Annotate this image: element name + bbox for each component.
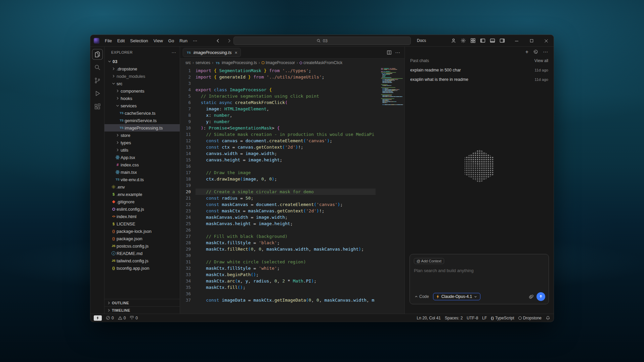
status-warnings[interactable]: 0 <box>118 316 126 320</box>
status-dropstone[interactable]: Dropstone <box>518 316 542 320</box>
code-line-19[interactable] <box>196 182 376 189</box>
code-editor[interactable]: import { SegmentationMask } from '../typ… <box>196 67 404 314</box>
status-ports[interactable]: 0 <box>130 316 138 320</box>
status-remote-indicator[interactable] <box>94 315 102 321</box>
breadcrumb-imageprocessingts[interactable]: TSimageProcessing.ts <box>215 60 257 65</box>
tree-item-geminiservice-ts[interactable]: TSgeminiService.ts <box>104 117 180 124</box>
code-line-27[interactable]: // Fill with black (background) <box>196 233 376 240</box>
tree-item-index-html[interactable]: <>index.html <box>104 213 180 220</box>
tree-item-eslint-config-js[interactable]: eslint.config.js <box>104 205 180 213</box>
panel-right-icon[interactable] <box>498 36 507 45</box>
tree-item-readme-md[interactable]: iREADME.md <box>104 250 180 257</box>
tree-item-03[interactable]: 03 <box>104 58 180 65</box>
tree-item-index-css[interactable]: #index.css <box>104 161 180 168</box>
code-line-18[interactable]: ctx.drawImage(image, 0, 0); <box>196 176 376 182</box>
forward-icon[interactable] <box>225 36 233 45</box>
code-line-17[interactable]: // Draw the image <box>196 169 376 176</box>
menu-view[interactable]: View <box>151 37 166 44</box>
search-input[interactable]: 03 <box>233 37 411 45</box>
code-line-2[interactable]: import { generateId } from '../utils/ima… <box>196 74 376 80</box>
chat-input[interactable]: @ Add Context Plan search and build anyt… <box>410 254 549 304</box>
status-cursor-position[interactable]: Ln 20, Col 41 <box>417 316 441 320</box>
code-line-14[interactable]: canvas.width = image.width; <box>196 150 376 157</box>
tree-item-src[interactable]: src <box>104 80 180 87</box>
tree-item-services[interactable]: services <box>104 102 180 109</box>
explorer-more-icon[interactable]: ⋯ <box>172 50 177 55</box>
code-line-32[interactable]: maskCtx.fillStyle = 'white'; <box>196 265 376 271</box>
code-line-34[interactable]: maskCtx.arc(x, y, radius, 0, 2 * Math.PI… <box>196 278 376 284</box>
layout-grid-icon[interactable] <box>469 36 477 45</box>
code-line-3[interactable] <box>196 80 376 87</box>
breadcrumb-services[interactable]: services <box>196 60 210 65</box>
code-line-26[interactable] <box>196 227 376 233</box>
tree-item-types[interactable]: types <box>104 139 180 146</box>
code-line-5[interactable]: // Interactive segmentation using click … <box>196 93 376 99</box>
status-language-mode[interactable]: {}TypeScript <box>491 316 514 320</box>
tree-item-cacheservice-ts[interactable]: TScacheService.ts <box>104 109 180 117</box>
chat-history-item-2[interactable]: exaplin what is there in readme11d ago <box>405 75 554 84</box>
code-line-9[interactable]: y: number <box>196 118 376 125</box>
tree-item-node-modules[interactable]: node_modules <box>104 72 180 80</box>
chat-history-item-1[interactable]: explain readme in 500 char11d ago <box>405 65 554 75</box>
more-icon[interactable]: ⋯ <box>395 50 400 56</box>
status-notifications[interactable] <box>546 316 550 320</box>
minimap[interactable] <box>381 68 403 105</box>
app-logo-icon[interactable] <box>94 38 99 44</box>
status-indentation[interactable]: Spaces: 2 <box>445 316 463 320</box>
code-line-21[interactable]: const radius = 50; <box>196 195 376 201</box>
tree-item-components[interactable]: components <box>104 87 180 95</box>
tree-item-vite-env-d-ts[interactable]: TSvite-env.d.ts <box>104 176 180 183</box>
section-timeline[interactable]: TIMELINE <box>104 306 180 314</box>
panel-left-icon[interactable] <box>478 36 487 45</box>
code-line-29[interactable]: maskCtx.fillRect(0, 0, maskCanvas.width,… <box>196 246 376 252</box>
minimize-button[interactable] <box>509 35 524 47</box>
code-line-37[interactable]: const imageData = maskCtx.getImageData(0… <box>196 297 376 303</box>
tree-item-store[interactable]: store <box>104 132 180 139</box>
menu-go[interactable]: Go <box>166 37 177 44</box>
tree-item--env[interactable]: .env <box>104 183 180 191</box>
settings-icon[interactable] <box>459 36 468 45</box>
tree-item-hooks[interactable]: hooks <box>104 95 180 102</box>
tree-item-license[interactable]: §LICENSE <box>104 220 180 227</box>
close-button[interactable] <box>539 35 554 47</box>
code-line-23[interactable]: const maskCtx = maskCanvas.getContext('2… <box>196 208 376 214</box>
tree-item-tailwind-config-js[interactable]: JStailwind.config.js <box>104 257 180 264</box>
model-selector[interactable]: Claude-Opus-4.1 <box>433 293 480 300</box>
breadcrumb-createmaskfromclick[interactable]: createMaskFromClick <box>300 60 342 65</box>
code-line-7[interactable]: image: HTMLImageElement, <box>196 106 376 112</box>
tree-item--env-example[interactable]: $.env.example <box>104 191 180 198</box>
code-line-28[interactable]: maskCtx.fillStyle = 'black'; <box>196 240 376 246</box>
tree-item--gitignore[interactable]: .gitignore <box>104 198 180 205</box>
menu-[interactable]: ⋯ <box>190 37 200 44</box>
code-line-6[interactable]: static async createMaskFromClick( <box>196 99 376 106</box>
code-line-12[interactable]: const canvas = document.createElement('c… <box>196 138 376 144</box>
maximize-button[interactable] <box>524 35 539 47</box>
tree-item-tsconfig-app-json[interactable]: {}tsconfig.app.json <box>104 264 180 272</box>
breadcrumb-src[interactable]: src <box>185 60 191 65</box>
breadcrumb-imageprocessor[interactable]: ImageProcessor <box>262 60 295 65</box>
menu-run[interactable]: Run <box>177 37 190 44</box>
activity-extensions-icon[interactable] <box>92 101 103 112</box>
status-eol[interactable]: LF <box>482 316 487 320</box>
activity-source-control-icon[interactable] <box>92 75 103 86</box>
tree-item-imageprocessing-ts[interactable]: TSimageProcessing.ts <box>104 124 180 132</box>
code-line-31[interactable]: // Draw white circle (selected region) <box>196 259 376 265</box>
menu-file[interactable]: File <box>102 37 115 44</box>
code-line-35[interactable]: maskCtx.fill(); <box>196 284 376 291</box>
split-editor-icon[interactable] <box>387 50 392 55</box>
code-line-24[interactable]: maskCanvas.width = image.width; <box>196 214 376 220</box>
account-icon[interactable] <box>449 36 458 45</box>
tab-imageprocessing[interactable]: TS imageProcessing.ts × <box>183 48 241 57</box>
view-all-link[interactable]: View all <box>534 58 548 63</box>
tree-item-postcss-config-js[interactable]: JSpostcss.config.js <box>104 242 180 250</box>
tree-item--dropstone[interactable]: .dropstone <box>104 65 180 72</box>
code-line-25[interactable]: maskCanvas.height = image.height; <box>196 220 376 227</box>
close-tab-icon[interactable]: × <box>234 50 237 55</box>
code-line-11[interactable]: // Simulate mask creation - in productio… <box>196 131 376 138</box>
tree-item-package-lock-json[interactable]: {}package-lock.json <box>104 227 180 235</box>
code-line-20[interactable]: // Create a simple circular mask for dem… <box>196 189 376 195</box>
tree-item-main-tsx[interactable]: main.tsx <box>104 168 180 176</box>
code-line-33[interactable]: maskCtx.beginPath(); <box>196 271 376 278</box>
section-outline[interactable]: OUTLINE <box>104 299 180 306</box>
code-line-16[interactable] <box>196 163 376 169</box>
